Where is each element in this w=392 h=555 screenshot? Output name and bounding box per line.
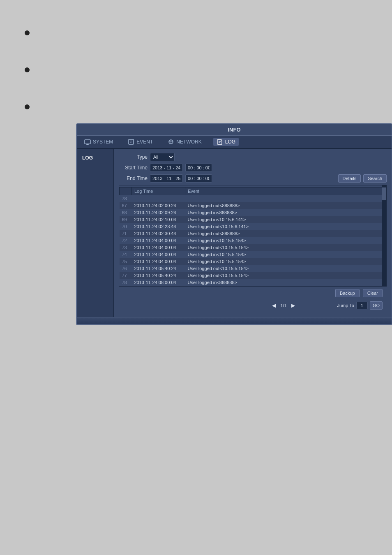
end-time-row: End Time Details Search [119,174,387,183]
col-header-event: Event [185,187,386,195]
prev-page-button[interactable]: ◀ [271,303,277,308]
details-button[interactable]: Details [338,174,361,183]
cell-time: 2013-11-24 04:00:04 [132,251,185,258]
search-button[interactable]: Search [363,174,387,183]
cell-num: 67 [120,202,132,209]
bullet-item-2 [25,66,35,74]
cell-event: User logged in<10.15.5.154> [185,258,386,265]
next-page-button[interactable]: ▶ [290,303,296,308]
bullet-text-2 [34,66,35,74]
log-table-container: Log Time Event 78672013-11-24 02:00:24Us… [119,185,387,287]
scrollbar-thumb [382,187,386,200]
tab-network[interactable]: NETWORK [164,138,205,146]
table-row: 692013-11-24 02:10:04User logged in<10.1… [120,216,386,223]
type-row: Type All [119,153,387,161]
table-row: 732013-11-24 04:00:04User logged out<10.… [120,244,386,251]
cell-event: User logged in<10.15.5.154> [185,251,386,258]
cell-event: User logged in<10.15.5.154> [185,237,386,244]
start-date-input[interactable] [150,164,183,172]
scrollbar[interactable] [382,185,386,286]
cell-time [132,195,185,202]
bullet-text-1 [34,29,35,37]
svg-rect-0 [85,140,90,144]
type-label: Type [119,154,148,160]
backup-button[interactable]: Backup [335,289,360,297]
event-icon [128,139,134,145]
tab-bar: SYSTEM EVENT NETWORK [77,136,392,149]
system-icon [84,139,91,145]
bullet-dot-2 [25,67,30,72]
cell-time: 2013-11-24 02:10:04 [132,216,185,223]
pagination-right: Jump To GO [337,301,383,310]
cell-num: 76 [120,265,132,272]
cell-num: 69 [120,216,132,223]
cell-event: User logged out<888888> [185,202,386,209]
tab-system-label: SYSTEM [93,139,113,145]
col-header-logtime: Log Time [132,187,185,195]
table-header-row: Log Time Event [120,187,386,195]
tab-event-label: EVENT [136,139,153,145]
pagination-bar: ◀ 1/1 ▶ Jump To GO [119,300,387,313]
cell-event: User logged out<10.15.5.154> [185,272,386,279]
end-time-label: End Time [119,176,148,181]
pagination-center: ◀ 1/1 ▶ [230,303,337,308]
cell-event: User logged out<888888> [185,230,386,237]
clear-button[interactable]: Clear [363,289,383,297]
go-button[interactable]: GO [370,301,383,310]
cell-event: User logged out<10.15.6.141> [185,223,386,230]
table-row: 78 [120,195,386,202]
jump-to-label: Jump To [337,303,354,308]
end-time-input[interactable] [185,174,212,183]
title-bar: INFO [77,124,392,136]
start-time-input[interactable] [185,164,212,172]
content-area: LOG Type All Start Time End Time [77,149,392,317]
table-row: 772013-11-24 05:40:24User logged out<10.… [120,272,386,279]
start-time-label: Start Time [119,165,148,171]
sidebar-log-label: LOG [82,155,93,161]
panel-title: INFO [228,127,240,133]
page-indicator: 1/1 [280,303,286,308]
main-content: Type All Start Time End Time Details Sea… [114,149,392,317]
cell-num: 78 [120,279,132,286]
end-date-input[interactable] [150,174,183,183]
bullet-item-3 [25,103,35,111]
log-icon [217,139,223,145]
cell-time: 2013-11-24 02:23:44 [132,223,185,230]
tab-log-label: LOG [225,139,235,145]
cell-num: 74 [120,251,132,258]
cell-event: User logged in<888888> [185,209,386,216]
cell-event [185,195,386,202]
svg-marker-10 [218,139,222,144]
tab-network-label: NETWORK [176,139,201,145]
cell-event: User logged out<10.15.5.154> [185,244,386,251]
cell-num: 78 [120,195,132,202]
cell-time: 2013-11-24 02:30:44 [132,230,185,237]
tab-event[interactable]: EVENT [125,138,156,146]
cell-event: User logged in<888888> [185,279,386,286]
table-row: 672013-11-24 02:00:24User logged out<888… [120,202,386,209]
tab-system[interactable]: SYSTEM [81,138,116,146]
table-row: 752013-11-24 04:00:04User logged in<10.1… [120,258,386,265]
cell-num: 75 [120,258,132,265]
cell-num: 71 [120,230,132,237]
cell-time: 2013-11-24 05:40:24 [132,265,185,272]
cell-num: 68 [120,209,132,216]
type-select[interactable]: All [150,153,175,161]
table-row: 682013-11-24 02:09:24User logged in<8888… [120,209,386,216]
bullet-text-3 [34,103,35,111]
cell-event: User logged in<10.15.6.141> [185,216,386,223]
jump-to-input[interactable] [356,302,368,309]
cell-num: 77 [120,272,132,279]
tab-log[interactable]: LOG [213,138,239,146]
sidebar: LOG [77,149,114,317]
cell-time: 2013-11-24 04:00:04 [132,258,185,265]
cell-time: 2013-11-24 08:00:04 [132,279,185,286]
start-time-row: Start Time [119,164,387,172]
bullet-item-1 [25,29,35,37]
ui-panel: INFO SYSTEM EVENT [76,123,392,325]
sidebar-item-log[interactable]: LOG [79,153,111,163]
table-row: 782013-11-24 08:00:04User logged in<8888… [120,279,386,286]
svg-rect-3 [129,139,134,144]
footer-bar [77,317,392,324]
bottom-bar: Backup Clear [119,287,387,300]
